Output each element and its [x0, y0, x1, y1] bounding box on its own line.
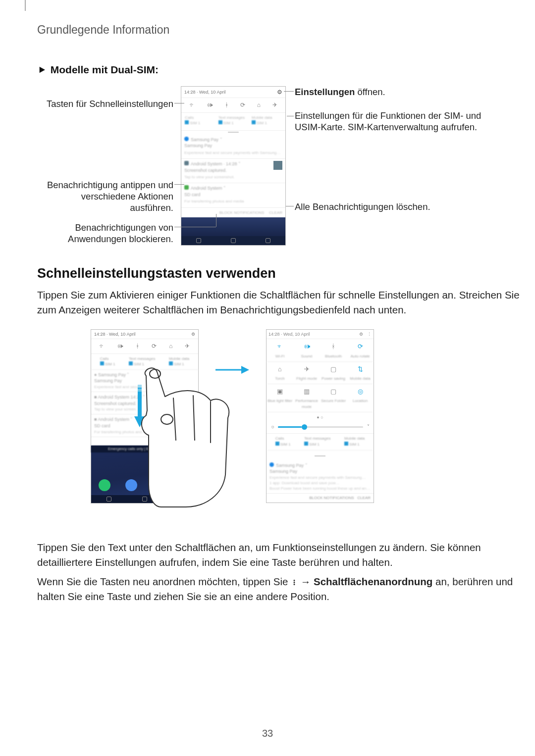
svg-rect-1	[138, 385, 142, 388]
page-number: 33	[0, 726, 535, 740]
location-icon: ◎	[358, 388, 363, 395]
phone-notification-2: Android System · 14:28 ˅ Screenshot capt…	[181, 159, 285, 183]
bluetooth-icon: ᚼ	[331, 343, 335, 350]
leader-line	[174, 103, 184, 103]
airplane-icon: ✈	[304, 365, 310, 373]
leader-line	[174, 184, 184, 185]
wifi-icon: ᯤ	[189, 101, 195, 109]
bluetooth-icon: ᚼ	[136, 342, 139, 351]
phone-app-icon	[99, 479, 110, 491]
sound-icon: 🕪	[304, 343, 310, 350]
leader-line	[287, 116, 294, 116]
svg-marker-7	[241, 366, 249, 374]
phone-block-row: BLOCK NOTIFICATIONSCLEAR	[181, 208, 285, 217]
dual-sim-heading-text: Modelle mit Dual-SIM:	[51, 64, 159, 75]
flashlight-icon: ⌂	[169, 342, 172, 351]
bluelight-icon: ▣	[277, 388, 283, 395]
callout-block-apps: Benachrichtigungen von Anwendungen block…	[37, 222, 173, 245]
dual-sim-heading: ►Modelle mit Dual-SIM:	[37, 62, 520, 77]
callout-open-settings: Einstellungen öffnen.	[295, 86, 476, 98]
flashlight-icon: ⌂	[278, 365, 282, 373]
phone-navbar	[181, 236, 285, 245]
camera-app-icon	[179, 479, 191, 491]
callout-notification-tap: Benachrichtigung antippen und verschiede…	[37, 179, 173, 213]
leader-line	[284, 91, 294, 92]
gear-icon: ⚙	[191, 331, 195, 338]
chapter-title: Grundlegende Information	[37, 22, 535, 38]
callout-clear-all: Alle Benachrichtigungen löschen.	[295, 201, 476, 212]
quick-settings-p2: Tippen Sie den Text unter den Schaltfläc…	[37, 540, 520, 569]
browser-app-icon	[152, 479, 164, 491]
wifi-icon: ᯤ	[277, 343, 283, 350]
quick-settings-p3: Wenn Sie die Tasten neu anordnen möchten…	[37, 574, 520, 604]
svg-rect-2	[138, 389, 142, 392]
callout-quick-settings-keys: Tasten für Schnelleinstellungen	[37, 98, 173, 109]
powersave-icon: ▢	[330, 365, 336, 373]
quick-settings-heading: Schnelleinstellungstasten verwenden	[37, 264, 520, 283]
leader-line	[286, 206, 294, 206]
messages-app-icon	[125, 479, 137, 491]
gesture-diagram: 14:28 · Wed, 10 April⚙ ᯤ 🕪 ᚼ ⟳ ⌂ ✈ Calls…	[37, 329, 520, 527]
mobiledata-icon: ⇅	[358, 365, 363, 373]
page: Grundlegende Information ►Modelle mit Du…	[0, 0, 535, 756]
phone-notification-1: Samsung Pay ˅ Samsung Pay Experience fas…	[181, 135, 285, 159]
rotate-icon: ⟳	[152, 342, 157, 351]
phone-sim-row: CallsSIM 1 Text messagesSIM 1 Mobile dat…	[181, 113, 285, 130]
phone-panel-right: 14:28 · Wed, 10 April ⚙⋮ ᯤ 🕪 ᚼ ⟳ Wi-FiSo…	[266, 329, 374, 503]
leader-line	[216, 214, 216, 227]
quick-settings-p1: Tippen Sie zum Aktivieren einiger Funkti…	[37, 288, 520, 317]
rotate-icon: ⟳	[358, 343, 363, 350]
kebab-icon: •••	[291, 580, 298, 586]
margin-tick	[25, 0, 26, 11]
bluetooth-icon: ᚼ	[225, 101, 228, 109]
gear-icon: ⚙	[277, 88, 282, 97]
triangle-icon: ►	[38, 62, 47, 76]
performance-icon: ▥	[304, 388, 310, 395]
annotated-diagram: 14:28 · Wed, 10 April ⚙ ᯤ 🕪 ᚼ ⟳ ⌂ ✈ Call…	[37, 86, 520, 245]
rotate-icon: ⟳	[240, 101, 245, 109]
swipe-down-arrow-icon	[133, 384, 146, 428]
phone-statusbar: 14:28 · Wed, 10 April ⚙	[181, 87, 285, 99]
kebab-icon: ⋮	[367, 331, 372, 338]
wifi-icon: ᯤ	[99, 342, 105, 351]
brightness-icon: ☼	[270, 423, 275, 430]
page-content: ►Modelle mit Dual-SIM: 14:28 · Wed, 10 A…	[25, 38, 535, 604]
gear-icon: ⚙	[359, 331, 363, 338]
svg-marker-3	[134, 416, 145, 427]
nfc-icon: ▢	[330, 388, 336, 395]
phone-panel-collapsed: 14:28 · Wed, 10 April ⚙ ᯤ 🕪 ᚼ ⟳ ⌂ ✈ Call…	[181, 86, 286, 246]
callout-sim-settings: Einstellungen für die Funktionen der SIM…	[295, 110, 483, 133]
brightness-slider: ☼ ˅	[267, 421, 374, 434]
flashlight-icon: ⌂	[257, 101, 261, 109]
chevron-down-icon: ˅	[367, 423, 370, 430]
leader-line	[174, 227, 216, 227]
sound-icon: 🕪	[117, 342, 123, 351]
sound-icon: 🕪	[207, 101, 213, 109]
airplane-icon: ✈	[185, 342, 190, 351]
arrow-right-icon	[214, 364, 249, 376]
phone-notification-3: Android System ˅ SD card For transferrin…	[181, 183, 285, 207]
phone-quicksettings-row: ᯤ 🕪 ᚼ ⟳ ⌂ ✈	[181, 98, 285, 113]
airplane-icon: ✈	[272, 101, 277, 109]
